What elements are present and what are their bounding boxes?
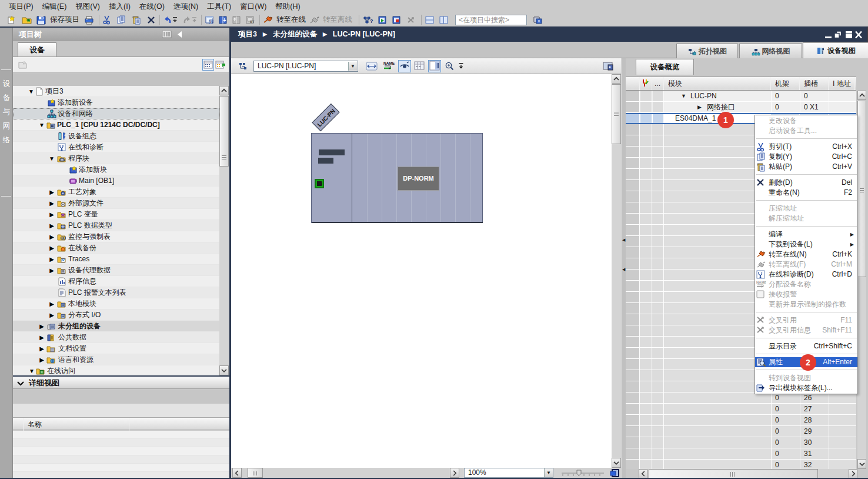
svg-text:NAME: NAME — [756, 281, 766, 284]
svg-text:?: ? — [370, 18, 373, 24]
svg-text:RT: RT — [250, 20, 255, 24]
svg-text:NAME: NAME — [383, 61, 395, 65]
svg-text:01: 01 — [210, 20, 213, 24]
